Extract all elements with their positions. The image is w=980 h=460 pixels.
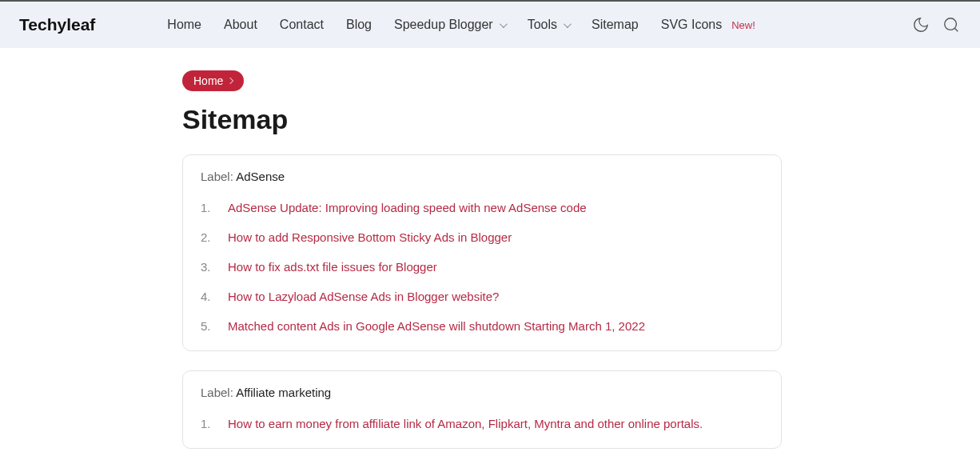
- list-item: How to add Responsive Bottom Sticky Ads …: [201, 230, 763, 244]
- nav-blog[interactable]: Blog: [346, 18, 372, 32]
- brand-logo[interactable]: Techyleaf: [19, 15, 95, 34]
- chevron-right-icon: [227, 78, 233, 84]
- search-button[interactable]: [942, 15, 961, 34]
- nav-sitemap[interactable]: Sitemap: [592, 18, 639, 32]
- main-content: Home Sitemap Label: AdSense AdSense Upda…: [182, 48, 782, 449]
- label-prefix: Label:: [201, 386, 236, 399]
- new-badge: New!: [731, 19, 755, 31]
- breadcrumb-home: Home: [193, 74, 223, 87]
- section-label: Label: AdSense: [201, 170, 763, 183]
- sitemap-link[interactable]: How to add Responsive Bottom Sticky Ads …: [228, 230, 512, 244]
- label-value: AdSense: [236, 170, 285, 183]
- sitemap-link[interactable]: How to Lazyload AdSense Ads in Blogger w…: [228, 290, 499, 303]
- list-item: How to fix ads.txt file issues for Blogg…: [201, 260, 763, 274]
- search-icon: [942, 16, 960, 34]
- nav-contact[interactable]: Contact: [280, 18, 324, 32]
- section-label: Label: Affiliate marketing: [201, 386, 763, 399]
- sitemap-link[interactable]: Matched content Ads in Google AdSense wi…: [228, 319, 645, 333]
- list-item: How to earn money from affiliate link of…: [201, 417, 763, 430]
- svg-line-1: [955, 29, 958, 32]
- list-item: AdSense Update: Improving loading speed …: [201, 201, 763, 214]
- sitemap-link[interactable]: How to earn money from affiliate link of…: [228, 417, 703, 430]
- link-list: How to earn money from affiliate link of…: [201, 417, 763, 430]
- header-actions: [911, 15, 961, 34]
- site-header: Techyleaf Home About Contact Blog Speedu…: [0, 2, 980, 48]
- nav-tools[interactable]: Tools: [528, 18, 569, 32]
- sitemap-link[interactable]: AdSense Update: Improving loading speed …: [228, 201, 587, 214]
- moon-icon: [912, 16, 930, 34]
- sitemap-link[interactable]: How to fix ads.txt file issues for Blogg…: [228, 260, 437, 274]
- list-item: Matched content Ads in Google AdSense wi…: [201, 319, 763, 333]
- breadcrumb[interactable]: Home: [182, 70, 244, 91]
- page-title: Sitemap: [182, 104, 782, 135]
- link-list: AdSense Update: Improving loading speed …: [201, 201, 763, 333]
- nav-speedup[interactable]: Speedup Blogger: [394, 18, 505, 32]
- theme-toggle[interactable]: [911, 15, 930, 34]
- nav-svgicons-label: SVG Icons: [661, 18, 722, 32]
- nav-tools-label: Tools: [528, 18, 557, 32]
- nav-about[interactable]: About: [224, 18, 257, 32]
- nav-speedup-label: Speedup Blogger: [394, 18, 493, 32]
- nav-home[interactable]: Home: [167, 18, 201, 32]
- svg-point-0: [945, 18, 957, 30]
- label-prefix: Label:: [201, 170, 236, 183]
- chevron-down-icon: [500, 20, 508, 28]
- sitemap-section: Label: AdSense AdSense Update: Improving…: [182, 154, 782, 351]
- list-item: How to Lazyload AdSense Ads in Blogger w…: [201, 290, 763, 303]
- sitemap-section: Label: Affiliate marketing How to earn m…: [182, 370, 782, 449]
- label-value: Affiliate marketing: [236, 386, 331, 399]
- chevron-down-icon: [564, 20, 572, 28]
- main-nav: Home About Contact Blog Speedup Blogger …: [167, 18, 755, 32]
- nav-svgicons[interactable]: SVG Icons New!: [661, 18, 755, 32]
